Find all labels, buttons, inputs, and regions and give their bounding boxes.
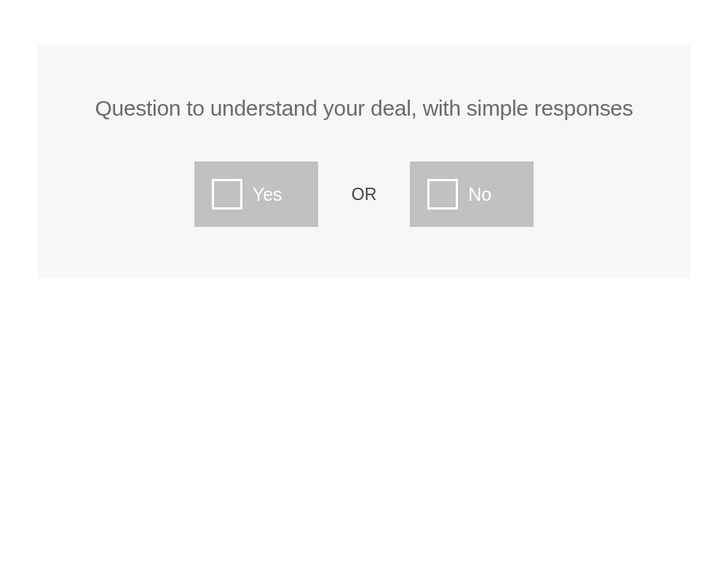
checkbox-icon — [427, 179, 458, 210]
question-panel: Question to understand your deal, with s… — [38, 45, 690, 278]
checkbox-icon — [212, 179, 242, 210]
yes-button[interactable]: Yes — [194, 162, 318, 227]
yes-label: Yes — [253, 184, 282, 205]
separator-or: OR — [352, 185, 377, 204]
no-button[interactable]: No — [410, 162, 534, 227]
choices-row: Yes OR No — [67, 162, 661, 227]
question-title: Question to understand your deal, with s… — [67, 96, 661, 121]
no-label: No — [468, 184, 491, 205]
